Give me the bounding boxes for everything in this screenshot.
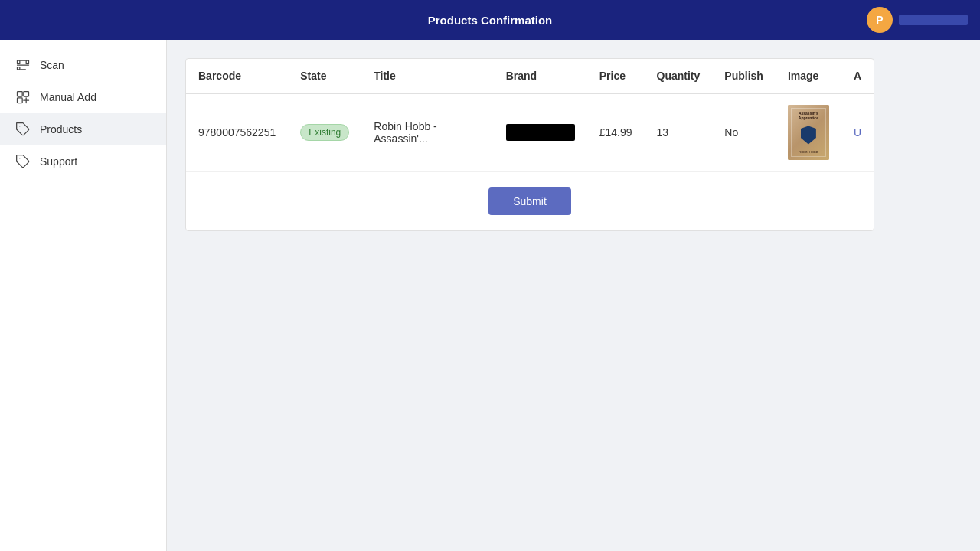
header: Products Confirmation P <box>0 0 980 40</box>
manual-add-icon <box>15 90 31 105</box>
sidebar-label-support: Support <box>40 155 77 168</box>
sidebar-label-manual-add: Manual Add <box>40 91 96 103</box>
book-cover-graphic: Assassin'sApprentice ROBIN HOBB <box>788 105 829 160</box>
cell-image: Assassin'sApprentice ROBIN HOBB <box>776 93 841 171</box>
book-cover-inner: Assassin'sApprentice ROBIN HOBB <box>791 108 826 157</box>
col-title: Title <box>361 59 493 93</box>
sidebar-item-products[interactable]: Products <box>0 113 166 145</box>
sidebar-label-products: Products <box>40 123 82 135</box>
main-content: Barcode State Title Brand Price Quantity… <box>167 40 980 551</box>
cell-state: Existing <box>288 93 361 171</box>
svg-rect-6 <box>18 92 23 97</box>
col-brand: Brand <box>494 59 587 93</box>
book-shield-graphic <box>801 126 816 145</box>
col-action: A <box>841 59 874 93</box>
cell-title: Robin Hobb - Assassin'... <box>361 93 493 171</box>
support-icon <box>15 154 31 169</box>
col-publish: Publish <box>712 59 776 93</box>
svg-rect-7 <box>24 92 29 97</box>
cell-price: £14.99 <box>587 93 645 171</box>
col-barcode: Barcode <box>186 59 288 93</box>
cell-brand <box>494 93 587 171</box>
submit-button[interactable]: Submit <box>488 187 571 215</box>
cell-publish: No <box>712 93 776 171</box>
products-icon <box>15 122 31 137</box>
sidebar-item-manual-add[interactable]: Manual Add <box>0 81 166 113</box>
table-header-row: Barcode State Title Brand Price Quantity… <box>186 59 874 93</box>
svg-rect-2 <box>18 67 20 70</box>
products-table: Barcode State Title Brand Price Quantity… <box>186 59 874 171</box>
page-title: Products Confirmation <box>428 14 553 27</box>
sidebar-item-support[interactable]: Support <box>0 145 166 178</box>
scan-icon <box>15 57 31 73</box>
svg-rect-0 <box>18 60 20 63</box>
sidebar-label-scan: Scan <box>40 59 64 71</box>
action-link[interactable]: U <box>854 126 861 139</box>
cell-quantity: 13 <box>645 93 713 171</box>
brand-color-block <box>506 124 575 141</box>
status-badge: Existing <box>300 124 349 141</box>
table-row: 9780007562251 Existing Robin Hobb - Assa… <box>186 93 874 171</box>
col-image: Image <box>776 59 841 93</box>
col-price: Price <box>587 59 645 93</box>
cell-action[interactable]: U <box>841 93 874 171</box>
book-cover-image: Assassin'sApprentice ROBIN HOBB <box>788 105 829 160</box>
user-profile[interactable]: P <box>867 7 968 33</box>
layout: Scan Manual Add Products <box>0 40 980 551</box>
cell-barcode: 9780007562251 <box>186 93 288 171</box>
book-author-graphic: ROBIN HOBB <box>799 150 818 154</box>
book-title-graphic: Assassin'sApprentice <box>799 111 818 120</box>
svg-rect-8 <box>18 98 23 103</box>
avatar: P <box>867 7 893 33</box>
svg-rect-1 <box>26 60 28 63</box>
col-state: State <box>288 59 361 93</box>
products-table-container: Barcode State Title Brand Price Quantity… <box>185 58 874 231</box>
sidebar-item-scan[interactable]: Scan <box>0 49 166 81</box>
submit-section: Submit <box>186 171 874 230</box>
user-name-bar <box>899 15 968 25</box>
sidebar: Scan Manual Add Products <box>0 40 167 551</box>
col-quantity: Quantity <box>645 59 713 93</box>
